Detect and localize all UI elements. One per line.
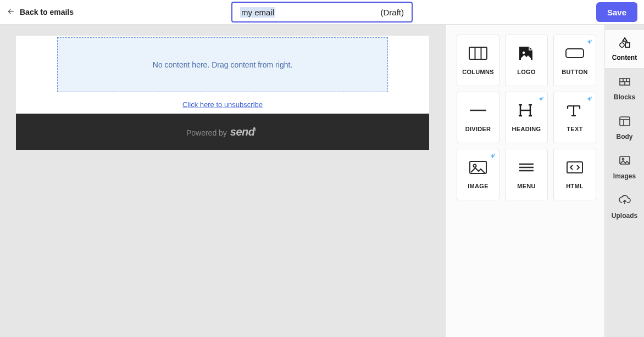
email-title-input[interactable]: my email (Draft) (231, 2, 413, 23)
bricks-icon (618, 76, 631, 90)
sparkle-icon (538, 95, 544, 101)
block-tile-label: HTML (566, 183, 584, 189)
content-panel: COLUMNSLOGOBUTTONDIVIDERHEADINGTEXTIMAGE… (445, 25, 604, 337)
brand-name: send (230, 126, 255, 138)
back-label: Back to emails (20, 8, 74, 16)
unsubscribe-link[interactable]: Click here to unsubscribe (182, 100, 263, 109)
app-header: Back to emails my email (Draft) Save (0, 0, 644, 25)
block-tile-heading[interactable]: HEADING (505, 92, 548, 143)
html-icon (565, 160, 584, 177)
email-canvas: No content here. Drag content from right… (16, 36, 429, 337)
save-button[interactable]: Save (596, 2, 637, 22)
block-tile-label: TEXT (567, 126, 582, 132)
columns-icon (469, 46, 487, 63)
email-title-status: (Draft) (381, 8, 404, 17)
back-to-emails-link[interactable]: Back to emails (7, 7, 74, 18)
side-tab-blocks[interactable]: Blocks (605, 69, 644, 108)
block-tile-html[interactable]: HTML (553, 149, 596, 200)
side-tab-body[interactable]: Body (605, 108, 644, 148)
block-tile-menu[interactable]: MENU (505, 149, 548, 200)
block-tile-label: MENU (517, 183, 536, 189)
layout-icon (618, 115, 631, 130)
block-tile-text[interactable]: TEXT (553, 92, 596, 143)
side-tab-label: Body (617, 133, 633, 141)
side-tab-uploads[interactable]: Uploads (605, 187, 644, 227)
shapes-icon (618, 36, 631, 50)
block-tile-label: IMAGE (468, 183, 488, 189)
block-tile-label: BUTTON (562, 69, 587, 75)
side-tab-label: Blocks (614, 93, 635, 101)
side-tab-content[interactable]: Content (605, 29, 644, 69)
block-tile-columns[interactable]: COLUMNS (457, 35, 499, 86)
brand-mark-icon: ıı (253, 126, 257, 132)
block-tile-label: COLUMNS (462, 69, 494, 75)
button-icon (565, 46, 584, 63)
sparkle-icon (586, 38, 592, 44)
divider-icon (469, 103, 487, 120)
menu-icon (517, 160, 536, 177)
side-tabs: ContentBlocksBodyImagesUploads (604, 25, 644, 337)
block-tile-logo[interactable]: LOGO (505, 35, 548, 86)
upload-icon (618, 194, 631, 209)
powered-by-footer: Powered by sendıı (16, 114, 429, 150)
heading-icon (517, 103, 536, 120)
side-tab-label: Uploads (612, 212, 637, 220)
dropzone-text: No content here. Drag content from right… (153, 60, 292, 69)
side-tab-images[interactable]: Images (605, 148, 644, 187)
block-tile-label: HEADING (512, 126, 541, 132)
content-dropzone[interactable]: No content here. Drag content from right… (57, 37, 388, 92)
images-icon (618, 155, 631, 169)
block-tile-label: LOGO (517, 69, 536, 75)
side-tab-label: Content (612, 54, 637, 61)
side-tab-label: Images (613, 172, 636, 180)
block-tile-image[interactable]: IMAGE (457, 149, 499, 200)
block-tile-button[interactable]: BUTTON (553, 35, 596, 86)
text-icon (565, 103, 584, 120)
block-tile-divider[interactable]: DIVIDER (457, 92, 499, 143)
sparkle-icon (586, 95, 592, 101)
sparkle-icon (490, 152, 496, 158)
image-icon (469, 160, 487, 177)
email-title-value: my email (240, 7, 275, 18)
logo-icon (517, 46, 536, 63)
unsubscribe-row: Click here to unsubscribe (16, 94, 429, 114)
canvas-area: No content here. Drag content from right… (0, 25, 445, 337)
block-tile-label: DIVIDER (465, 126, 491, 132)
arrow-left-icon (7, 7, 15, 18)
powered-by-text: Powered by (186, 128, 227, 137)
